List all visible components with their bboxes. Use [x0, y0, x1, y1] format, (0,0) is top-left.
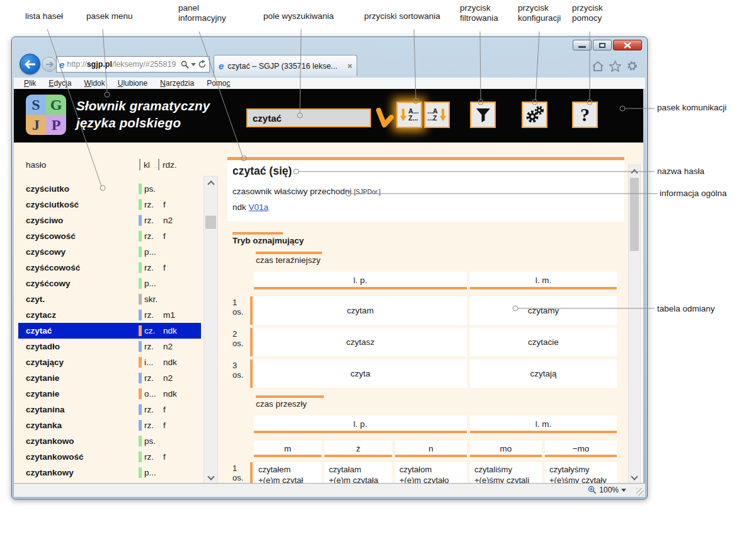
- list-item-subclass: ndk: [163, 323, 177, 339]
- number-header-pl: l. m.: [470, 416, 617, 433]
- search-icon[interactable]: [181, 61, 189, 69]
- list-item[interactable]: czytaczrz.m1: [18, 307, 201, 323]
- list-item[interactable]: czyściworz.n2: [18, 213, 201, 228]
- back-button[interactable]: [20, 54, 40, 74]
- sort-descending-button[interactable]: ...A...Z: [424, 102, 450, 128]
- menu-item[interactable]: Edycja: [49, 79, 71, 88]
- table-cell: czytałom+(e)m czytało: [395, 462, 467, 484]
- list-item[interactable]: czytającyi...ndk: [18, 354, 201, 370]
- browser-tab[interactable]: e czytać – SGJP (335716 lekse... ×: [214, 55, 357, 76]
- close-button[interactable]: [613, 40, 642, 50]
- resize-grip[interactable]: [636, 488, 644, 496]
- list-item[interactable]: czytadłorz.n2: [18, 339, 201, 354]
- restore-button[interactable]: [593, 40, 612, 50]
- annotation-przycisk-pomocy: przycisk pomocy: [572, 3, 603, 23]
- inflection-row: 2os.czytaszczytacie: [232, 328, 617, 356]
- scroll-up-icon[interactable]: [207, 180, 214, 187]
- row-accent-bar: [250, 359, 253, 388]
- menu-item[interactable]: Narzędzia: [160, 79, 194, 88]
- back-arrow-icon: [25, 60, 36, 69]
- section-accent-line: [256, 252, 322, 254]
- annotation-panel-informacyjny: panel informacyjny: [178, 3, 226, 23]
- annotation-przyciski-sortowania: przyciski sortowania: [364, 11, 440, 21]
- list-item-word: czytankowo: [26, 433, 74, 449]
- class-color-bar-icon: [139, 436, 142, 446]
- list-item[interactable]: czytanierz.n2: [18, 370, 201, 386]
- logo-letter: G: [46, 95, 66, 115]
- list-item[interactable]: czytaninarz.f: [18, 402, 201, 417]
- settings-button[interactable]: [522, 102, 547, 128]
- gender-header: m: [254, 441, 321, 457]
- mood-title: Tryb oznajmujący: [232, 236, 304, 245]
- address-bar[interactable]: e http://sgjp.pl/leksemy/#255819: [56, 56, 210, 73]
- list-item[interactable]: czyt.skr.: [18, 291, 201, 307]
- search-input[interactable]: [246, 108, 371, 127]
- class-color-bar-icon: [139, 341, 142, 352]
- address-dropdown-icon[interactable]: [191, 63, 196, 66]
- scrollbar-thumb[interactable]: [205, 216, 216, 229]
- refresh-icon[interactable]: [198, 60, 207, 69]
- list-item[interactable]: czyścowośćrz.f: [18, 228, 201, 244]
- class-color-bar-icon: [139, 231, 142, 242]
- table-cell: czytamy: [470, 296, 617, 325]
- home-icon[interactable]: [592, 61, 604, 72]
- menu-item[interactable]: Ulubione: [118, 79, 147, 88]
- list-item-word: czyściutkość: [26, 197, 79, 213]
- site-header: S G J P Słownik gramatyczny języka polsk…: [14, 89, 643, 143]
- sort-ascending-button[interactable]: A...Z...: [396, 102, 422, 128]
- browser-window: e http://sgjp.pl/leksemy/#255819 e czyta…: [11, 37, 648, 499]
- list-item-word: czyt.: [26, 291, 45, 307]
- status-bar: 100%: [14, 483, 645, 497]
- list-item-word: czyściutko: [26, 181, 69, 197]
- list-item[interactable]: czyścowyp...: [18, 244, 201, 260]
- past-tense-title: czas przeszły: [256, 399, 307, 409]
- class-color-bar-icon: [139, 325, 142, 336]
- page-content: S G J P Słownik gramatyczny języka polsk…: [14, 89, 643, 484]
- class-color-bar-icon: [139, 357, 142, 368]
- pattern-link[interactable]: V01a: [249, 202, 269, 212]
- menu-item[interactable]: Widok: [84, 79, 105, 88]
- list-item[interactable]: czyśćcowyp...: [18, 276, 201, 291]
- list-item[interactable]: czyśćcowośćrz.f: [18, 260, 201, 276]
- list-item-class: o...: [144, 386, 156, 402]
- scroll-down-icon[interactable]: [631, 473, 638, 480]
- scroll-up-icon[interactable]: [631, 169, 638, 176]
- person-label: 1os.: [232, 463, 243, 482]
- sgjp-logo: S G J P: [26, 95, 66, 135]
- list-item-class: rz.: [144, 339, 154, 354]
- list-item[interactable]: czytankarz.f: [18, 417, 201, 433]
- list-item-subclass: f: [163, 402, 166, 417]
- list-item-class: rz.: [144, 402, 154, 417]
- detail-scrollbar[interactable]: [628, 165, 641, 484]
- list-item[interactable]: czytankowyp...: [18, 465, 201, 481]
- list-item-class: p...: [144, 276, 156, 291]
- minimize-button[interactable]: [573, 40, 592, 50]
- list-item[interactable]: czytanieo...ndk: [18, 386, 201, 402]
- forward-button[interactable]: [42, 57, 57, 72]
- list-item[interactable]: czytaćcz.ndk: [18, 323, 201, 339]
- list-item[interactable]: czyściutkośćrz.f: [18, 197, 201, 213]
- zoom-control[interactable]: 100%: [588, 486, 626, 494]
- favorites-star-icon[interactable]: [609, 61, 621, 72]
- question-mark-icon: ?: [580, 104, 590, 125]
- tools-gear-icon[interactable]: [626, 60, 638, 72]
- list-item[interactable]: czytankowośćrz.f: [18, 449, 201, 465]
- tab-close-icon[interactable]: ×: [347, 62, 352, 70]
- scrollbar-thumb[interactable]: [630, 178, 639, 251]
- list-item-subclass: f: [163, 417, 166, 433]
- list-item[interactable]: czyściutkops.: [18, 181, 201, 197]
- class-color-bar-icon: [139, 215, 142, 226]
- scroll-down-icon[interactable]: [207, 473, 214, 480]
- annotation-pasek-menu: pasek menu: [86, 11, 133, 21]
- menu-item[interactable]: Pomoc: [207, 79, 230, 88]
- help-button[interactable]: ?: [572, 102, 598, 128]
- menu-item[interactable]: Plik: [24, 79, 36, 88]
- table-cell: czytałam+(e)m czytała: [324, 462, 392, 484]
- url-text: http://sgjp.pl/leksemy/#255819: [67, 60, 181, 69]
- annotation-tabela-odmiany: tabela odmiany: [657, 304, 715, 314]
- list-item[interactable]: czytankowops.: [18, 433, 201, 449]
- person-label: 3os.: [232, 361, 243, 380]
- word-list-scrollbar[interactable]: [203, 176, 218, 484]
- table-cell: czytałem+(e)m czytał: [254, 462, 321, 484]
- filter-button[interactable]: [470, 102, 496, 128]
